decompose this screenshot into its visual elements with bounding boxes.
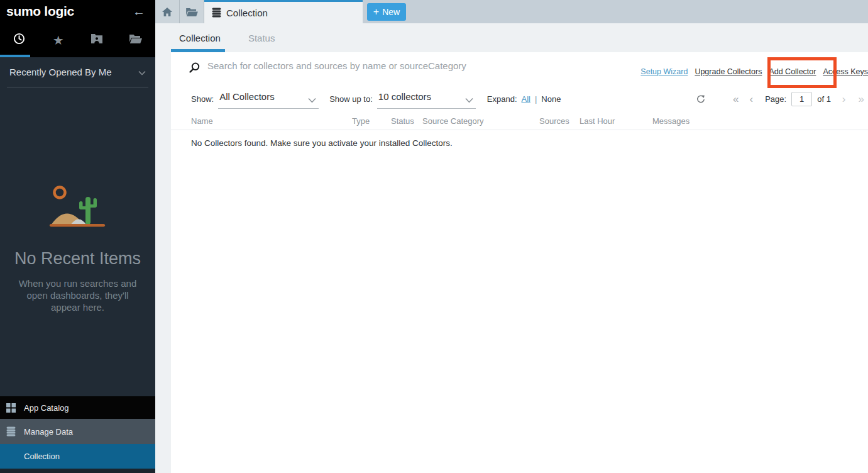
sidebar-item-collection[interactable]: Collection	[0, 444, 155, 469]
limit-value: 10 collectors	[378, 91, 431, 102]
recently-opened-dropdown[interactable]: Recently Opened By Me	[7, 57, 148, 87]
sidebar-empty-state: No Recent Items When you run searches an…	[0, 184, 155, 313]
show-up-to-label: Show up to:	[329, 94, 373, 104]
limit-dropdown[interactable]: 10 collectors	[377, 90, 476, 109]
star-icon: ★	[53, 34, 64, 47]
sidebar-item-app-catalog[interactable]: App Catalog	[0, 396, 155, 419]
home-button[interactable]	[155, 0, 180, 23]
sidebar-header: sumo logic ←	[0, 0, 155, 23]
collapse-sidebar-icon[interactable]: ←	[133, 5, 145, 18]
column-header-status[interactable]: Status	[391, 116, 414, 126]
add-collector-link[interactable]: Add Collector	[769, 67, 816, 76]
personal-library-icon	[91, 34, 102, 46]
recently-opened-label: Recently Opened By Me	[9, 67, 112, 77]
column-header-name[interactable]: Name	[191, 116, 213, 126]
sidebar-nav-icons: ★	[0, 23, 155, 57]
chevron-down-icon	[138, 67, 146, 77]
chevron-down-icon	[308, 94, 316, 105]
sumo-logic-logo: sumo logic	[6, 4, 74, 19]
show-collectors-dropdown[interactable]: All Collectors	[218, 90, 319, 109]
show-label: Show:	[191, 94, 214, 104]
last-page-button[interactable]: »	[859, 94, 864, 104]
sidebar-item-label: App Catalog	[24, 403, 69, 413]
database-icon	[212, 8, 221, 18]
sidebar-tab-favorites[interactable]: ★	[39, 23, 78, 57]
divider: |	[535, 94, 537, 104]
sumo-logic-app: sumo logic ← ★	[0, 0, 868, 473]
desert-illustration	[49, 184, 107, 230]
first-page-button[interactable]: «	[733, 94, 739, 104]
chevron-down-icon	[465, 94, 473, 105]
search-input[interactable]	[207, 60, 559, 71]
sidebar-item-manage-data[interactable]: Manage Data	[0, 419, 155, 444]
app-grid-icon	[6, 403, 16, 413]
collectors-table-header: Name Type Status Source Category Sources…	[171, 116, 868, 130]
plus-icon: +	[373, 7, 379, 17]
sidebar: sumo logic ← ★	[0, 0, 155, 473]
page-number-input[interactable]	[791, 92, 812, 106]
new-button[interactable]: + New	[367, 3, 406, 21]
open-folder-icon	[129, 34, 142, 46]
folder-icon	[186, 8, 198, 16]
subtab-bar: Collection Status	[155, 23, 868, 52]
upgrade-collectors-link[interactable]: Upgrade Collectors	[695, 67, 762, 76]
top-tab-bar: Collection + New	[155, 0, 868, 23]
show-collectors-value: All Collectors	[219, 91, 275, 102]
column-header-sources[interactable]: Sources	[539, 116, 569, 126]
search-icon	[189, 62, 200, 75]
column-header-messages[interactable]: Messages	[652, 116, 689, 126]
filter-row: Show: All Collectors Show up to: 10 coll…	[191, 89, 561, 109]
expand-none-link[interactable]: None	[541, 94, 561, 104]
page-label: Page:	[765, 94, 786, 104]
subtab-status[interactable]: Status	[248, 33, 275, 43]
setup-wizard-link[interactable]: Setup Wizard	[640, 67, 688, 76]
sidebar-tab-recents[interactable]	[0, 23, 39, 57]
sidebar-bottom-strip	[0, 469, 155, 473]
sidebar-tab-folders[interactable]	[116, 23, 155, 57]
page-count-label: of 1	[817, 94, 831, 104]
tab-collection[interactable]: Collection	[204, 0, 363, 23]
database-icon	[6, 426, 16, 437]
active-nav-underline	[0, 55, 30, 57]
sidebar-tab-library[interactable]	[78, 23, 117, 57]
collection-panel: Setup Wizard Upgrade Collectors Add Coll…	[171, 52, 868, 473]
access-keys-link[interactable]: Access Keys	[823, 67, 868, 76]
collector-links: Setup Wizard Upgrade Collectors Add Coll…	[640, 67, 868, 76]
expand-label: Expand:	[487, 94, 517, 104]
main-area: Collection + New Collection Status Setup…	[155, 0, 868, 473]
pagination-controls: « ‹ Page: of 1 › »	[696, 89, 864, 109]
sidebar-bottom-nav: App Catalog Manage Data Collection	[0, 396, 155, 473]
column-header-type[interactable]: Type	[352, 116, 370, 126]
expand-all-link[interactable]: All	[522, 94, 530, 104]
no-recent-items-description: When you run searches and open dashboard…	[11, 277, 145, 313]
no-recent-items-title: No Recent Items	[0, 249, 155, 269]
subtab-collection[interactable]: Collection	[179, 33, 221, 43]
no-collectors-message: No Collectors found. Make sure you activ…	[191, 138, 453, 148]
clock-icon	[13, 33, 25, 47]
next-page-button[interactable]: ›	[842, 94, 846, 104]
new-button-label: New	[382, 7, 400, 17]
previous-page-button[interactable]: ‹	[750, 94, 754, 104]
refresh-icon[interactable]	[696, 94, 705, 104]
sidebar-item-label: Collection	[24, 452, 60, 461]
sidebar-item-label: Manage Data	[24, 427, 73, 437]
column-header-source-category[interactable]: Source Category	[422, 116, 484, 126]
library-button[interactable]	[180, 0, 204, 23]
home-icon	[162, 8, 172, 16]
tab-label: Collection	[226, 8, 268, 18]
column-header-last-hour[interactable]: Last Hour	[580, 116, 615, 126]
